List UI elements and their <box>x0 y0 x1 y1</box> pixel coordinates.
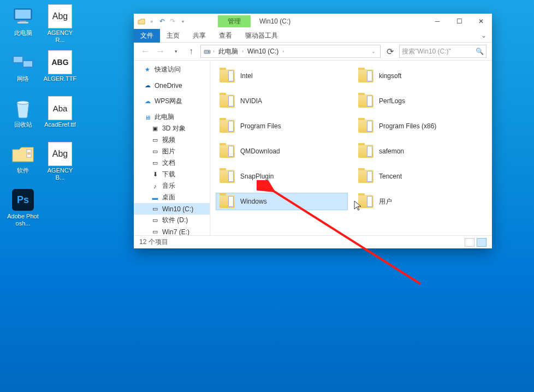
titlebar: ▫ ↶ ↷ ▾ 管理 Win10 (C:) ─ ☐ ✕ <box>134 14 492 29</box>
chevron-right-icon[interactable]: › <box>281 49 285 54</box>
folder-item[interactable]: Program Files <box>216 117 348 135</box>
folder-item[interactable]: NVIDIA <box>216 92 348 110</box>
ribbon-tab-share[interactable]: 共享 <box>186 29 212 43</box>
folder-label: kingsoft <box>379 72 401 80</box>
font-file-icon: Aba <box>48 96 72 120</box>
desktop-icon-font[interactable]: Aba AcadEref.ttf <box>43 96 78 138</box>
navigation-pane: ★快速访问 ☁OneDrive ☁WPS网盘 🖥此电脑 ▣3D 对象 ▭视频 ▭… <box>134 61 210 235</box>
folder-item[interactable]: 用户 <box>354 193 486 210</box>
svg-point-12 <box>208 51 209 52</box>
folder-item[interactable]: QMDownload <box>216 142 348 160</box>
download-icon: ⬇ <box>151 171 159 179</box>
desktop-icon-font[interactable]: Abg AGENCYB... <box>43 142 78 183</box>
folder-item[interactable]: SnapPlugin <box>216 168 348 185</box>
nav-wps-drive[interactable]: ☁WPS网盘 <box>134 96 210 107</box>
refresh-button[interactable]: ⟳ <box>384 45 396 57</box>
chevron-right-icon[interactable]: › <box>241 49 245 54</box>
nav-videos[interactable]: ▭视频 <box>134 134 210 146</box>
nav-3d-objects[interactable]: ▣3D 对象 <box>134 123 210 134</box>
folder-icon <box>219 69 235 82</box>
breadcrumb-item[interactable]: Win10 (C:) <box>246 47 280 55</box>
address-bar-row: ← → ▾ ↑ › 此电脑 › Win10 (C:) › ⌄ ⟳ 搜索"Win1… <box>134 43 492 61</box>
desktop-icon-label: AGENCYB... <box>43 167 77 181</box>
desktop-icon-folder[interactable]: 软件 <box>5 142 40 183</box>
ribbon-expand-icon[interactable]: ⌄ <box>476 32 492 39</box>
maximize-button[interactable]: ☐ <box>448 14 470 29</box>
folder-label: safemon <box>379 147 404 155</box>
status-bar: 12 个项目 <box>134 235 492 248</box>
svg-point-8 <box>17 101 29 104</box>
nav-label: 此电脑 <box>155 112 174 122</box>
nav-forward-button: → <box>155 45 167 57</box>
icons-view-button[interactable] <box>477 238 486 247</box>
desktop-icon-font[interactable]: Abg AGENCYR... <box>43 4 78 46</box>
folder-item[interactable]: Windows <box>216 193 348 210</box>
svg-rect-5 <box>14 57 22 62</box>
nav-pictures[interactable]: ▭图片 <box>134 146 210 157</box>
folder-icon <box>219 195 235 208</box>
minimize-button[interactable]: ─ <box>426 14 448 29</box>
nav-quick-access[interactable]: ★快速访问 <box>134 64 210 75</box>
folder-item[interactable]: kingsoft <box>354 67 486 85</box>
monitor-icon: 🖥 <box>144 114 151 121</box>
desktop-icon-thispc[interactable]: 此电脑 <box>5 4 40 46</box>
nav-up-button[interactable]: ↑ <box>185 45 197 57</box>
ribbon-tab-file[interactable]: 文件 <box>134 29 160 43</box>
content-pane[interactable]: IntelkingsoftNVIDIAPerfLogsProgram Files… <box>210 61 492 235</box>
nav-drive-d[interactable]: ▭软件 (D:) <box>134 215 210 226</box>
folder-item[interactable]: PerfLogs <box>354 92 486 110</box>
nav-downloads[interactable]: ⬇下载 <box>134 169 210 180</box>
nav-drive-c[interactable]: ▭Win10 (C:) <box>134 203 210 215</box>
chevron-right-icon[interactable]: › <box>212 49 216 54</box>
ribbon-tab-home[interactable]: 主页 <box>160 29 186 43</box>
folder-item[interactable]: Tencent <box>354 168 486 185</box>
nav-back-button[interactable]: ← <box>139 45 151 57</box>
svg-rect-7 <box>23 61 32 67</box>
breadcrumb[interactable]: › 此电脑 › Win10 (C:) › ⌄ <box>200 45 381 58</box>
desktop-icon-photoshop[interactable]: Ps Adobe Photosh... <box>5 188 40 229</box>
breadcrumb-dropdown-icon[interactable]: ⌄ <box>371 49 378 54</box>
folder-item[interactable]: safemon <box>354 142 486 160</box>
qat-dropdown-icon[interactable]: ▾ <box>179 17 187 26</box>
nav-recent-dropdown[interactable]: ▾ <box>170 45 182 57</box>
folder-icon <box>219 145 235 158</box>
nav-documents[interactable]: ▭文档 <box>134 157 210 169</box>
folder-item[interactable]: Intel <box>216 67 348 85</box>
desktop-icon-font[interactable]: ABG ALGER.TTF <box>43 50 78 92</box>
desktop-icon-network[interactable]: 网络 <box>5 50 40 92</box>
folder-item[interactable]: Program Files (x86) <box>354 117 486 135</box>
folder-icon <box>219 94 235 108</box>
folder-label: Tencent <box>379 173 402 180</box>
ribbon-tab-view[interactable]: 查看 <box>212 29 239 43</box>
svg-rect-11 <box>204 50 210 54</box>
svg-rect-3 <box>17 22 28 23</box>
nav-label: 图片 <box>162 147 175 156</box>
nav-music[interactable]: ♪音乐 <box>134 180 210 192</box>
nav-thispc[interactable]: 🖥此电脑 <box>134 111 210 123</box>
properties-icon[interactable]: ▫ <box>147 17 156 26</box>
drive-icon: ▭ <box>151 217 159 224</box>
search-input[interactable]: 搜索"Win10 (C:)" 🔍 <box>399 45 486 58</box>
cloud-icon: ☁ <box>144 98 151 105</box>
image-icon: ▭ <box>151 148 159 156</box>
manage-contextual-tab[interactable]: 管理 <box>218 15 251 27</box>
close-button[interactable]: ✕ <box>470 14 492 29</box>
nav-onedrive[interactable]: ☁OneDrive <box>134 80 210 91</box>
undo-icon[interactable]: ↶ <box>158 17 167 26</box>
details-view-button[interactable] <box>465 238 474 247</box>
folder-icon <box>358 120 373 133</box>
document-icon: ▭ <box>151 159 159 167</box>
status-text: 12 个项目 <box>139 237 168 247</box>
nav-desktop[interactable]: ▬桌面 <box>134 192 210 203</box>
nav-label: OneDrive <box>155 82 182 90</box>
nav-drive-e[interactable]: ▭Win7 (E:) <box>134 226 210 235</box>
star-icon: ★ <box>144 66 151 74</box>
font-file-icon: Abg <box>48 142 72 166</box>
folder-label: PerfLogs <box>379 97 405 105</box>
nav-label: Win7 (E:) <box>162 228 189 236</box>
folder-icon <box>358 170 373 183</box>
desktop-icon-recyclebin[interactable]: 回收站 <box>5 96 40 138</box>
drive-icon: ▭ <box>151 205 159 213</box>
breadcrumb-item[interactable]: 此电脑 <box>217 47 240 56</box>
ribbon-tab-drivetools[interactable]: 驱动器工具 <box>239 29 284 43</box>
